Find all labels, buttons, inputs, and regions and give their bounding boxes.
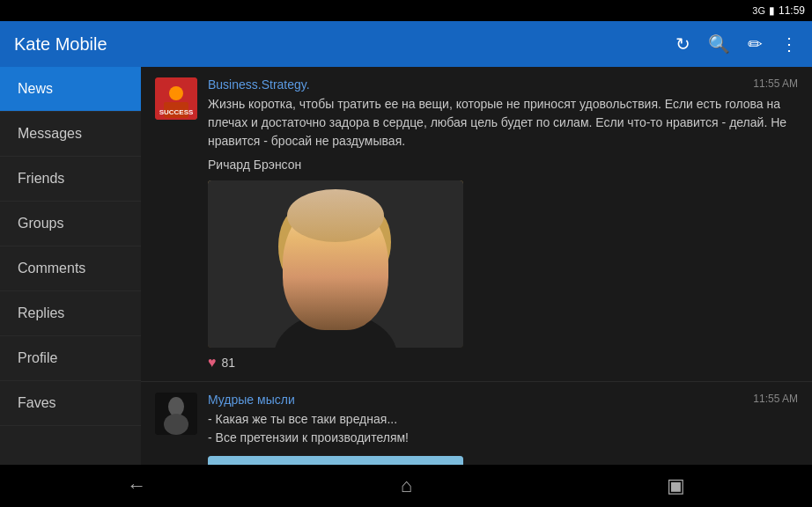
sidebar-item-friends[interactable]: Friends [0, 157, 141, 202]
more-menu-icon[interactable]: ⋮ [780, 33, 798, 55]
status-bar: 3G ▮ 11:59 [0, 0, 812, 21]
svg-point-12 [346, 259, 360, 269]
battery-indicator: ▮ [769, 4, 775, 17]
search-icon[interactable]: 🔍 [708, 33, 730, 55]
post-1: SUCCESS Business.Strategy. 11:55 AM Жизн… [141, 67, 812, 382]
sidebar-item-groups[interactable]: Groups [0, 202, 141, 246]
branson-image [208, 180, 463, 348]
signal-indicator: 3G [752, 5, 765, 16]
content-area: SUCCESS Business.Strategy. 11:55 AM Жизн… [141, 67, 812, 465]
svg-point-19 [164, 414, 188, 435]
svg-rect-4 [208, 180, 463, 348]
post-2-header: Мудрые мысли 11:55 AM - Какая же ты все … [155, 393, 798, 447]
svg-point-11 [311, 259, 325, 269]
app-header: Kate Mobile ↻ 🔍 ✏ ⋮ [0, 21, 812, 67]
header-icons: ↻ 🔍 ✏ ⋮ [675, 33, 798, 55]
navigation-bar: ← ⌂ ▣ [0, 465, 812, 507]
svg-point-8 [287, 198, 384, 260]
svg-point-15 [330, 272, 341, 279]
sidebar: News Messages Friends Groups Comments Re… [0, 67, 141, 465]
post-2-image-container [208, 456, 798, 465]
status-bar-right: 3G ▮ 11:59 [752, 4, 805, 17]
sidebar-item-profile[interactable]: Profile [0, 336, 141, 381]
sidebar-item-faves[interactable]: Faves [0, 381, 141, 426]
post-1-time: 11:55 AM [742, 77, 798, 90]
post-1-text: Жизнь коротка, чтобы тратить ее на вещи,… [208, 95, 798, 151]
post-1-source[interactable]: Business.Strategy. [208, 77, 310, 92]
recent-apps-button[interactable]: ▣ [646, 467, 706, 504]
main-layout: News Messages Friends Groups Comments Re… [0, 67, 812, 465]
back-button[interactable]: ← [106, 467, 167, 504]
svg-point-13 [315, 261, 322, 266]
post-1-body: Business.Strategy. 11:55 AM Жизнь коротк… [208, 77, 798, 151]
sidebar-item-replies[interactable]: Replies [0, 291, 141, 336]
post-2-meta: Мудрые мысли 11:55 AM [208, 393, 798, 407]
post-1-avatar[interactable]: SUCCESS [155, 77, 197, 120]
sidebar-item-messages[interactable]: Messages [0, 112, 141, 157]
svg-point-7 [290, 211, 381, 317]
post-2-body: Мудрые мысли 11:55 AM - Какая же ты все … [208, 393, 798, 447]
svg-point-14 [351, 261, 358, 266]
post-2-text: - Какая же ты все таки вредная... - Все … [208, 410, 798, 447]
clock: 11:59 [779, 4, 805, 17]
sidebar-item-news[interactable]: News [0, 67, 141, 112]
svg-rect-16 [314, 308, 358, 326]
svg-point-18 [168, 397, 184, 416]
app-title: Kate Mobile [14, 34, 675, 55]
refresh-icon[interactable]: ↻ [675, 33, 690, 55]
post-2-source[interactable]: Мудрые мысли [208, 393, 295, 407]
post-2-time: 11:55 AM [742, 393, 798, 405]
post-1-image-container [208, 180, 798, 348]
post-1-image [208, 180, 463, 348]
svg-rect-21 [208, 456, 463, 465]
post-1-author: Ричард Брэнсон [208, 158, 798, 172]
sidebar-item-comments[interactable]: Comments [0, 246, 141, 291]
heart-icon: ♥ [208, 355, 217, 371]
post-1-header: SUCCESS Business.Strategy. 11:55 AM Жизн… [155, 77, 798, 151]
svg-rect-6 [324, 277, 347, 308]
svg-point-1 [169, 86, 183, 100]
post-1-meta: Business.Strategy. 11:55 AM [208, 77, 798, 92]
svg-text:SUCCESS: SUCCESS [159, 108, 194, 116]
likes-count: 81 [222, 356, 236, 370]
post-1-likes[interactable]: ♥ 81 [208, 355, 798, 371]
svg-point-10 [359, 211, 391, 273]
post-2-image [208, 456, 463, 465]
edit-icon[interactable]: ✏ [748, 33, 763, 55]
post-2: Мудрые мысли 11:55 AM - Какая же ты все … [141, 382, 812, 465]
svg-point-9 [278, 211, 314, 282]
post-2-avatar[interactable] [155, 393, 197, 435]
home-button[interactable]: ⌂ [380, 467, 433, 504]
